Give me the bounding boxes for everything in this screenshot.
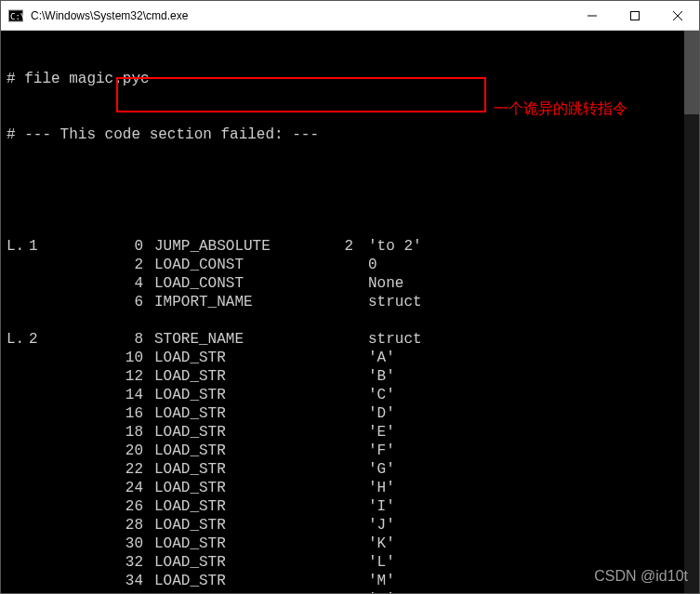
- output-line: # --- This code section failed: ---: [7, 125, 693, 144]
- svg-text:C:\: C:\: [10, 12, 23, 21]
- opcode: LOAD_STR: [154, 497, 312, 516]
- line-number: [29, 497, 75, 516]
- maximize-button[interactable]: [614, 1, 656, 30]
- oparg: 2: [312, 237, 368, 256]
- minimize-button[interactable]: [571, 1, 614, 30]
- oparg: [312, 460, 368, 479]
- window-controls: [571, 1, 699, 30]
- disassembly-listing: L.10JUMP_ABSOLUTE2'to 2'2LOAD_CONST04LOA…: [7, 237, 693, 593]
- opcode: LOAD_CONST: [154, 274, 312, 293]
- oparg: [312, 274, 368, 293]
- opcode: LOAD_STR: [154, 460, 312, 479]
- line-marker: [7, 479, 29, 497]
- line-marker: [7, 516, 29, 535]
- opcode: LOAD_STR: [154, 572, 312, 590]
- offset: 34: [75, 572, 154, 590]
- disasm-row: 26LOAD_STR'I': [7, 497, 693, 516]
- line-number: 1: [29, 237, 75, 256]
- offset: 16: [75, 404, 154, 423]
- oparg: [312, 590, 368, 593]
- argval: 'F': [368, 442, 693, 460]
- opcode: LOAD_STR: [154, 516, 312, 535]
- line-number: 2: [29, 330, 75, 349]
- oparg: [312, 442, 368, 460]
- opcode: JUMP_ABSOLUTE: [154, 237, 312, 256]
- opcode: LOAD_STR: [154, 590, 312, 593]
- argval: 'A': [368, 349, 693, 367]
- line-marker: [7, 404, 29, 423]
- argval: 'B': [368, 367, 693, 386]
- line-marker: [7, 386, 29, 404]
- scrollbar-thumb[interactable]: [684, 31, 699, 114]
- oparg: [312, 479, 368, 497]
- oparg: [312, 256, 368, 274]
- disasm-row: [7, 311, 693, 330]
- oparg: [312, 553, 368, 572]
- offset: 18: [75, 423, 154, 442]
- line-number: [29, 367, 75, 386]
- oparg: [312, 572, 368, 590]
- opcode: IMPORT_NAME: [154, 293, 312, 311]
- disasm-row: 34LOAD_STR'M': [7, 572, 693, 590]
- argval: 0: [368, 256, 693, 274]
- line-number: [29, 349, 75, 367]
- offset: 8: [75, 330, 154, 349]
- argval: 'N': [368, 590, 693, 593]
- line-marker: [7, 497, 29, 516]
- disasm-row: 36LOAD_STR'N': [7, 590, 693, 593]
- disasm-row: 12LOAD_STR'B': [7, 367, 693, 386]
- opcode: STORE_NAME: [154, 330, 312, 349]
- disasm-row: 22LOAD_STR'G': [7, 460, 693, 479]
- line-number: [29, 535, 75, 553]
- offset: 32: [75, 553, 154, 572]
- opcode: LOAD_STR: [154, 479, 312, 497]
- argval: 'to 2': [368, 237, 693, 256]
- line-marker: [7, 535, 29, 553]
- disasm-row: 2LOAD_CONST0: [7, 256, 693, 274]
- line-number: [29, 404, 75, 423]
- line-number: [29, 256, 75, 274]
- offset: 22: [75, 460, 154, 479]
- opcode: LOAD_STR: [154, 367, 312, 386]
- close-button[interactable]: [656, 1, 699, 30]
- offset: 2: [75, 256, 154, 274]
- terminal-output[interactable]: # file magic.pyc # --- This code section…: [1, 31, 699, 593]
- opcode: LOAD_STR: [154, 535, 312, 553]
- offset: 12: [75, 367, 154, 386]
- scrollbar[interactable]: [684, 31, 699, 593]
- argval: None: [368, 274, 693, 293]
- opcode: LOAD_STR: [154, 553, 312, 572]
- offset: 30: [75, 535, 154, 553]
- disasm-row: 4LOAD_CONSTNone: [7, 274, 693, 293]
- argval: 'E': [368, 423, 693, 442]
- line-number: [29, 572, 75, 590]
- line-number: [29, 274, 75, 293]
- line-marker: [7, 256, 29, 274]
- opcode: LOAD_STR: [154, 423, 312, 442]
- opcode: LOAD_STR: [154, 442, 312, 460]
- line-marker: [7, 423, 29, 442]
- oparg: [312, 293, 368, 311]
- argval: struct: [368, 293, 693, 311]
- argval: 'H': [368, 479, 693, 497]
- disasm-row: 18LOAD_STR'E': [7, 423, 693, 442]
- oparg: [312, 497, 368, 516]
- disasm-row: L.28STORE_NAMEstruct: [7, 330, 693, 349]
- disasm-row: 32LOAD_STR'L': [7, 553, 693, 572]
- oparg: [312, 516, 368, 535]
- offset: 0: [75, 237, 154, 256]
- line-number: [29, 460, 75, 479]
- output-line: # file magic.pyc: [7, 70, 693, 88]
- argval: 'D': [368, 404, 693, 423]
- titlebar[interactable]: C:\ C:\Windows\System32\cmd.exe: [1, 1, 699, 31]
- offset: 6: [75, 293, 154, 311]
- oparg: [312, 404, 368, 423]
- opcode: LOAD_STR: [154, 349, 312, 367]
- offset: 20: [75, 442, 154, 460]
- line-marker: L.: [7, 330, 29, 349]
- disasm-row: 30LOAD_STR'K': [7, 535, 693, 553]
- line-marker: [7, 367, 29, 386]
- watermark: CSDN @id10t: [594, 567, 688, 586]
- cmd-window: C:\ C:\Windows\System32\cmd.exe # file m…: [0, 0, 700, 594]
- line-marker: [7, 572, 29, 590]
